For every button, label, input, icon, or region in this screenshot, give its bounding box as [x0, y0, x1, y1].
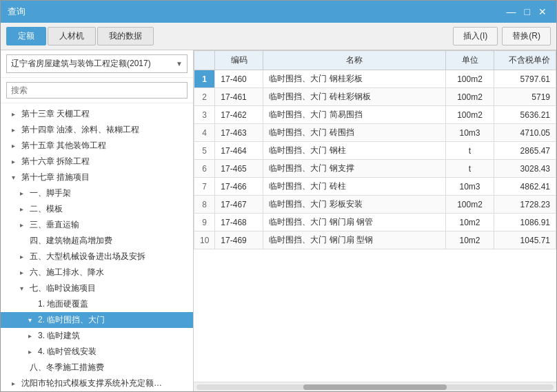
table-row[interactable]: 817-467临时围挡、大门 彩板安装100m21728.23: [194, 196, 556, 214]
tree-item-selected[interactable]: 2. 临时围挡、大门: [1, 312, 193, 328]
row-name: 临时围挡、大门 彩板安装: [263, 196, 446, 214]
row-name: 临时围挡、大门 砖围挡: [263, 124, 446, 142]
window-controls: — □ ✕: [504, 7, 549, 17]
row-unit: 10m2: [446, 231, 494, 249]
row-code: 17-468: [215, 214, 263, 231]
tab-dinge[interactable]: 定额: [6, 27, 46, 45]
row-unit: 100m2: [446, 106, 494, 124]
chevron-right-icon: [28, 332, 35, 340]
tree-item[interactable]: 八、冬季施工措施费: [1, 360, 193, 375]
row-unit: 100m2: [446, 88, 494, 106]
table-row[interactable]: 517-464临时围挡、大门 钢柱t2865.47: [194, 142, 556, 160]
tree-item-label: 四、建筑物超高增加费: [30, 235, 112, 247]
tree-item-label: 2. 临时围挡、大门: [38, 314, 105, 326]
row-number: 8: [194, 196, 215, 214]
tree-item-label: 五、大型机械设备进出场及安拆: [30, 251, 145, 262]
tree-item-label: 二、模板: [30, 203, 63, 215]
row-number: 3: [194, 106, 215, 124]
tab-mydata[interactable]: 我的数据: [97, 27, 154, 45]
search-area: [1, 78, 193, 103]
table-container[interactable]: 编码 名称 单位 不含税单价 117-460临时围挡、大门 钢桂彩板100m25…: [194, 50, 556, 382]
tab-rencaiji[interactable]: 人材机: [48, 27, 96, 45]
row-name: 临时围挡、大门 钢门扇 型钢: [263, 231, 446, 249]
chevron-right-icon: [20, 205, 27, 213]
row-number: 6: [194, 160, 215, 178]
tree-item-label: 1. 地面硬覆盖: [38, 298, 88, 310]
tree-item[interactable]: 第十五章 其他装饰工程: [1, 138, 193, 154]
col-header-name: 名称: [263, 51, 446, 70]
chevron-right-icon: [20, 269, 27, 276]
row-name: 临时围挡、大门 钢桂彩板: [263, 70, 446, 88]
col-header-code: 编码: [215, 51, 263, 70]
row-code: 17-467: [215, 196, 263, 214]
table-row[interactable]: 717-466临时围挡、大门 砖柱10m34862.41: [194, 178, 556, 196]
tree-item[interactable]: 沈阳市轮扣式模板支撑系统补充定额…: [1, 375, 193, 391]
action-group: 插入(I) 替换(R): [453, 27, 551, 45]
window-title: 查询: [8, 6, 26, 18]
table-row[interactable]: 617-465临时围挡、大门 钢支撑t3028.43: [194, 160, 556, 178]
table-row[interactable]: 917-468临时围挡、大门 钢门扇 钢管10m21086.91: [194, 214, 556, 231]
tree-item-label: 4. 临时管线安装: [38, 346, 97, 358]
tab-group: 定额 人材机 我的数据: [6, 27, 154, 45]
row-number: 7: [194, 178, 215, 196]
chevron-right-icon: [20, 253, 27, 260]
close-button[interactable]: ✕: [536, 7, 549, 17]
title-bar: 查询 — □ ✕: [1, 1, 556, 23]
tree-item-label: 一、脚手架: [30, 187, 71, 199]
maximize-button[interactable]: □: [522, 7, 533, 17]
tree-area: 第十三章 天棚工程 第十四章 油漆、涂料、裱糊工程 第十五章 其他装饰工程 第十…: [1, 103, 193, 391]
tree-item-label: 第十七章 措施项目: [21, 172, 90, 183]
insert-button[interactable]: 插入(I): [453, 27, 498, 45]
search-input[interactable]: [6, 82, 188, 99]
col-header-price: 不含税单价: [494, 51, 556, 70]
tree-item[interactable]: 第十三章 天棚工程: [1, 106, 193, 122]
table-row[interactable]: 117-460临时围挡、大门 钢桂彩板100m25797.61: [194, 70, 556, 88]
tree-item[interactable]: 第十七章 措施项目: [1, 169, 193, 185]
row-code: 17-466: [215, 178, 263, 196]
table-row[interactable]: 217-461临时围挡、大门 砖柱彩钢板100m25719: [194, 88, 556, 106]
row-name: 临时围挡、大门 砖柱: [263, 178, 446, 196]
tree-item[interactable]: 4. 临时管线安装: [1, 344, 193, 360]
tree-item[interactable]: 六、施工排水、降水: [1, 265, 193, 280]
tree-item[interactable]: 第十四章 油漆、涂料、裱糊工程: [1, 122, 193, 138]
dropdown-value: 辽宁省房屋建筑与装饰工程定额(2017): [11, 58, 151, 70]
tree-item-label: 第十四章 油漆、涂料、裱糊工程: [21, 124, 139, 136]
horizontal-scrollbar[interactable]: [194, 382, 556, 391]
row-code: 17-461: [215, 88, 263, 106]
tree-item[interactable]: 第十六章 拆除工程: [1, 154, 193, 169]
table-row[interactable]: 417-463临时围挡、大门 砖围挡10m34710.05: [194, 124, 556, 142]
tree-item[interactable]: 四、建筑物超高增加费: [1, 233, 193, 249]
row-price: 3028.43: [494, 160, 556, 178]
main-window: 查询 — □ ✕ 定额 人材机 我的数据 插入(I) 替换(R) 辽宁省房屋建筑…: [0, 0, 557, 392]
quota-dropdown[interactable]: 辽宁省房屋建筑与装饰工程定额(2017) ▼: [6, 54, 188, 73]
row-name: 临时围挡、大门 钢支撑: [263, 160, 446, 178]
row-unit: 100m2: [446, 196, 494, 214]
tree-item[interactable]: 3. 临时建筑: [1, 328, 193, 344]
row-price: 1728.23: [494, 196, 556, 214]
row-price: 5719: [494, 88, 556, 106]
table-row[interactable]: 1017-469临时围挡、大门 钢门扇 型钢10m21045.71: [194, 231, 556, 249]
tree-item[interactable]: 一、脚手架: [1, 185, 193, 201]
chevron-right-icon: [12, 142, 19, 149]
tree-item[interactable]: 二、模板: [1, 201, 193, 217]
chevron-down-icon: ▼: [176, 60, 183, 68]
tree-item-label: 3. 临时建筑: [38, 330, 80, 342]
scroll-thumb[interactable]: [303, 384, 446, 390]
col-header-unit: 单位: [446, 51, 494, 70]
table-row[interactable]: 317-462临时围挡、大门 简易围挡100m25636.21: [194, 106, 556, 124]
tree-item[interactable]: 五、大型机械设备进出场及安拆: [1, 249, 193, 265]
row-price: 2865.47: [494, 142, 556, 160]
row-code: 17-460: [215, 70, 263, 88]
row-price: 1045.71: [494, 231, 556, 249]
chevron-right-icon: [12, 158, 19, 165]
chevron-right-icon: [20, 189, 27, 197]
dropdown-area: 辽宁省房屋建筑与装饰工程定额(2017) ▼: [1, 50, 193, 78]
chevron-right-icon: [28, 316, 35, 324]
tree-item[interactable]: 七、临时设施项目: [1, 280, 193, 296]
tree-item[interactable]: 三、垂直运输: [1, 217, 193, 233]
minimize-button[interactable]: —: [504, 7, 519, 17]
tree-item[interactable]: 1. 地面硬覆盖: [1, 296, 193, 312]
replace-button[interactable]: 替换(R): [502, 27, 551, 45]
row-price: 5636.21: [494, 106, 556, 124]
chevron-right-icon: [12, 126, 19, 134]
